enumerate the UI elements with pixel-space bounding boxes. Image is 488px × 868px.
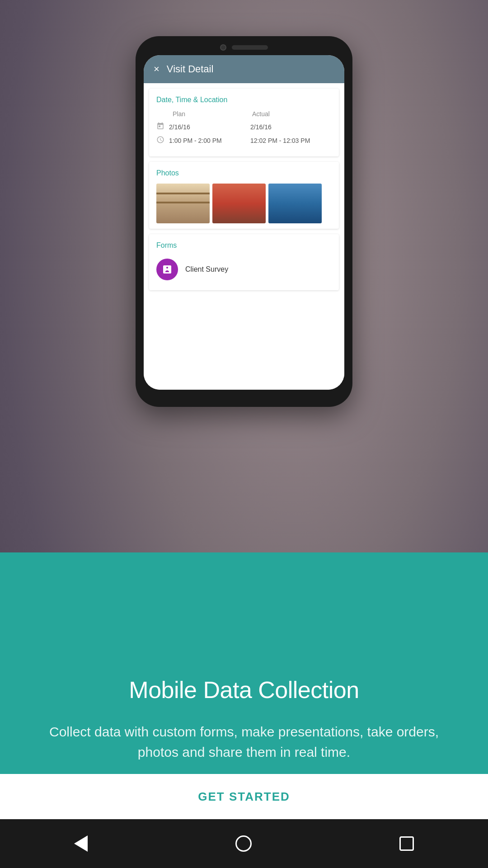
- forms-section-title: Forms: [156, 241, 332, 250]
- time-row: 1:00 PM - 2:00 PM 12:02 PM - 12:03 PM: [156, 136, 332, 146]
- form-name: Client Survey: [185, 265, 228, 274]
- clock-icon: [156, 136, 169, 146]
- header-title: Visit Detail: [167, 63, 214, 75]
- time-actual-value: 12:02 PM - 12:03 PM: [250, 137, 332, 144]
- phone-speaker: [232, 45, 268, 50]
- phone-mockup: × Visit Detail Date, Time & Location Pla…: [136, 36, 352, 407]
- main-title: Mobile Data Collection: [129, 676, 359, 703]
- photo-thumb-1[interactable]: [156, 184, 210, 223]
- recents-button[interactable]: [399, 836, 414, 851]
- phone-top: [144, 44, 344, 51]
- back-button[interactable]: [74, 835, 88, 852]
- forms-card: Forms Client Survey: [149, 234, 339, 290]
- app-header: × Visit Detail: [144, 55, 344, 83]
- date-time-section-title: Date, Time & Location: [156, 96, 332, 104]
- plan-actual-header: Plan Actual: [156, 110, 332, 118]
- phone-camera: [220, 44, 226, 51]
- home-button[interactable]: [235, 835, 252, 852]
- form-item[interactable]: Client Survey: [156, 256, 332, 283]
- date-plan-value: 2/16/16: [169, 123, 250, 131]
- actual-label: Actual: [252, 110, 332, 118]
- android-nav-bar: [0, 819, 488, 868]
- photo-thumb-2[interactable]: [212, 184, 266, 223]
- date-row: 2/16/16 2/16/16: [156, 122, 332, 132]
- app-content: Date, Time & Location Plan Actual 2/16/1…: [144, 83, 344, 390]
- get-started-button[interactable]: GET STARTED: [198, 790, 290, 804]
- close-icon[interactable]: ×: [154, 63, 160, 75]
- phone-body: × Visit Detail Date, Time & Location Pla…: [136, 36, 352, 407]
- photos-card: Photos: [149, 162, 339, 229]
- date-actual-value: 2/16/16: [250, 123, 332, 131]
- date-time-location-card: Date, Time & Location Plan Actual 2/16/1…: [149, 89, 339, 156]
- photo-thumb-3[interactable]: [268, 184, 322, 223]
- form-icon: [156, 259, 178, 280]
- time-plan-value: 1:00 PM - 2:00 PM: [169, 137, 250, 144]
- main-description: Collect data with custom forms, make pre…: [0, 722, 488, 762]
- calendar-icon: [156, 122, 169, 132]
- phone-screen: × Visit Detail Date, Time & Location Pla…: [144, 55, 344, 390]
- photos-grid: [156, 184, 332, 223]
- photos-section-title: Photos: [156, 169, 332, 177]
- plan-label: Plan: [173, 110, 252, 118]
- get-started-bar: GET STARTED: [0, 774, 488, 819]
